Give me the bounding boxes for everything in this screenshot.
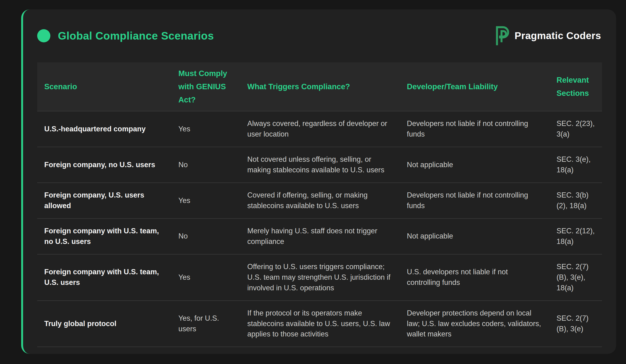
cell-triggers: Not covered unless offering, selling, or… [240,147,400,183]
cell-comply: No [171,147,240,183]
cell-sections: SEC. 3(e), 18(a) [549,147,602,183]
cell-liability: Developers not liable if not controlling… [400,183,549,218]
green-dot-icon [37,29,50,42]
page-title: Global Compliance Scenarios [58,29,214,42]
pragmatic-coders-logo-icon [494,26,509,46]
table-row: Truly global protocol Yes, for U.S. user… [37,301,602,347]
brand-logo: Pragmatic Coders [494,26,601,46]
cell-comply: Yes [171,254,240,301]
col-header-sections: Relevant Sections [549,62,602,111]
cell-comply: Yes, for U.S. users [171,301,240,347]
cell-liability: Not applicable [400,218,549,254]
cell-sections: SEC. 2(7)(B), 3(e) [549,301,602,347]
brand-name: Pragmatic Coders [515,30,601,41]
cell-sections: SEC. 2(23), 3(a) [549,111,602,147]
cell-triggers: Offering to U.S. users triggers complian… [240,254,400,301]
compliance-card: Global Compliance Scenarios Pragmatic Co… [21,9,616,354]
table-header: Scenario Must Comply with GENIUS Act? Wh… [37,62,602,111]
table-row: Foreign company with U.S. team, no U.S. … [37,218,602,254]
card-header: Global Compliance Scenarios Pragmatic Co… [23,9,616,46]
cell-liability: Not applicable [400,147,549,183]
cell-liability: Developers not liable if not controlling… [400,111,549,147]
col-header-comply: Must Comply with GENIUS Act? [171,62,240,111]
title-block: Global Compliance Scenarios [37,29,214,42]
cell-scenario: Truly global protocol [37,301,171,347]
table-row: Foreign company, no U.S. users No Not co… [37,147,602,183]
cell-scenario: Foreign company with U.S. team, U.S. use… [37,254,171,301]
cell-liability: Developer protections depend on local la… [400,301,549,347]
col-header-scenario: Scenario [37,62,171,111]
cell-comply: No [171,218,240,254]
col-header-liability: Developer/Team Liability [400,62,549,111]
cell-scenario: U.S.-headquartered company [37,111,171,147]
cell-sections: SEC. 3(b)(2), 18(a) [549,183,602,218]
cell-triggers: Always covered, regardless of developer … [240,111,400,147]
header-row: Scenario Must Comply with GENIUS Act? Wh… [37,62,602,111]
cell-sections: SEC. 2(12), 18(a) [549,218,602,254]
cell-scenario: Foreign company, no U.S. users [37,147,171,183]
table-row: U.S.-headquartered company Yes Always co… [37,111,602,147]
cell-sections: SEC. 2(7)(B), 3(e), 18(a) [549,254,602,301]
cell-comply: Yes [171,183,240,218]
table-row: Foreign company with U.S. team, U.S. use… [37,254,602,301]
cell-liability: U.S. developers not liable if not contro… [400,254,549,301]
cell-triggers: Covered if offering, selling, or making … [240,183,400,218]
col-header-triggers: What Triggers Compliance? [240,62,400,111]
cell-triggers: If the protocol or its operators make st… [240,301,400,347]
cell-scenario: Foreign company with U.S. team, no U.S. … [37,218,171,254]
table-row: Foreign company, U.S. users allowed Yes … [37,183,602,218]
cell-scenario: Foreign company, U.S. users allowed [37,183,171,218]
table-body: U.S.-headquartered company Yes Always co… [37,111,602,347]
cell-comply: Yes [171,111,240,147]
cell-triggers: Merely having U.S. staff does not trigge… [240,218,400,254]
compliance-table: Scenario Must Comply with GENIUS Act? Wh… [37,62,602,347]
